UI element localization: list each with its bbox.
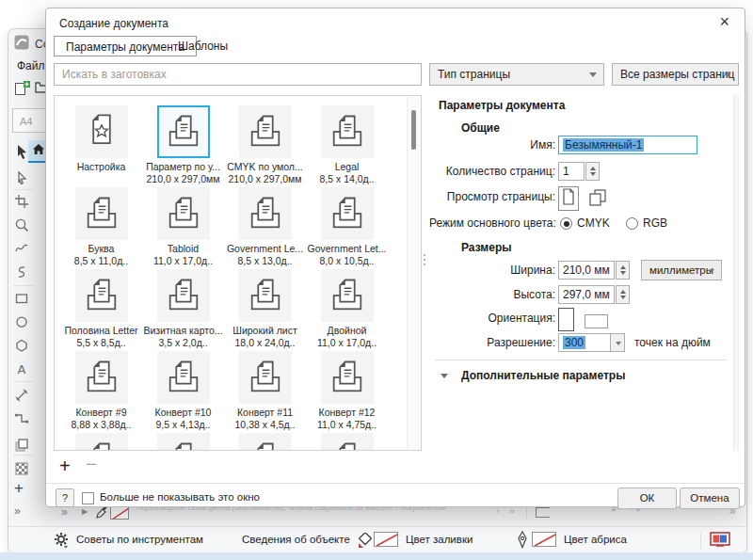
rgb-radio[interactable] xyxy=(626,217,638,230)
zoom-tool-icon[interactable] xyxy=(14,217,29,232)
resolution-dropdown-button[interactable] xyxy=(611,333,625,352)
new-document-icon[interactable] xyxy=(14,80,31,97)
divider xyxy=(13,285,34,286)
template-size: 11,0 x 17,0д.. xyxy=(142,255,224,267)
rectangle-tool-icon[interactable] xyxy=(14,291,29,306)
add-template-button[interactable]: + xyxy=(59,456,71,475)
close-icon[interactable]: × xyxy=(719,12,729,31)
page-count-stepper[interactable] xyxy=(585,162,600,181)
template-tile[interactable]: Конверт #98,88 x 3,88д.. xyxy=(60,351,142,433)
page-sizes-dropdown[interactable]: Все размеры страниц xyxy=(612,63,739,86)
crop-tool-icon[interactable] xyxy=(14,194,29,209)
preset-document-icon xyxy=(75,187,128,240)
pattern-fill-tool-icon[interactable] xyxy=(14,461,29,476)
template-tile[interactable] xyxy=(306,433,388,451)
panel-heading: Параметры документа xyxy=(439,99,565,112)
chevron-down-icon xyxy=(589,72,597,77)
dimension-tool-icon[interactable] xyxy=(14,388,29,403)
connector-tool-icon[interactable] xyxy=(14,411,29,426)
cmyk-radio[interactable] xyxy=(560,217,572,230)
name-field[interactable]: Безымянный-1 xyxy=(558,136,697,154)
preset-document-icon xyxy=(157,433,210,451)
divider xyxy=(13,381,34,382)
width-field[interactable]: 210,0 мм xyxy=(558,261,615,280)
divider xyxy=(13,189,34,190)
template-tile[interactable] xyxy=(142,433,224,451)
panel-scrollbar[interactable] xyxy=(733,95,740,451)
template-size: 10,38 x 4,5д.. xyxy=(224,419,306,431)
facing-pages-icon[interactable] xyxy=(588,189,607,210)
orientation-label: Ориентация: xyxy=(429,312,555,325)
units-value: миллиметры xyxy=(649,264,713,276)
height-stepper[interactable] xyxy=(616,285,630,304)
resolution-field[interactable]: 300 xyxy=(558,333,611,352)
shadow-tool-icon[interactable] xyxy=(14,438,29,453)
preset-document-icon xyxy=(321,433,374,451)
units-dropdown[interactable]: миллиметры xyxy=(641,260,722,280)
template-tile[interactable]: Половина Letter5,5 x 8,5д.. xyxy=(60,269,142,351)
help-button[interactable]: ? xyxy=(56,488,74,507)
template-tile[interactable]: Параметр по у...210,0 x 297,0мм xyxy=(142,105,224,187)
page-count-field[interactable]: 1 xyxy=(558,162,585,181)
cancel-button[interactable]: Отмена xyxy=(680,488,740,509)
curve-tool-icon[interactable] xyxy=(14,264,29,280)
display-color-icon[interactable] xyxy=(710,532,730,552)
landscape-icon[interactable] xyxy=(585,314,608,328)
tab-templates[interactable]: Шаблоны xyxy=(167,36,239,56)
menu-file[interactable]: Файл xyxy=(17,59,45,72)
ellipse-tool-icon[interactable] xyxy=(14,314,29,329)
chevron-down-icon xyxy=(709,269,714,273)
page-type-dropdown[interactable]: Тип страницы xyxy=(429,63,604,86)
splitter-handle[interactable] xyxy=(424,251,426,268)
template-tile[interactable]: Конверт #109,5 x 4,13д.. xyxy=(142,351,224,433)
template-tile[interactable]: Government Le...8,5 x 13,0д.. xyxy=(224,187,306,269)
template-tile[interactable]: Tabloid11,0 x 17,0д.. xyxy=(142,187,224,269)
ok-button[interactable]: ОК xyxy=(617,488,677,509)
template-tile[interactable]: Government Let...8,0 x 10,5д.. xyxy=(306,187,388,269)
dont-show-checkbox[interactable] xyxy=(82,492,94,504)
polygon-tool-icon[interactable] xyxy=(14,338,29,353)
add-tool-icon[interactable]: + xyxy=(14,482,24,495)
template-tile[interactable] xyxy=(224,433,306,451)
template-size: 210,0 x 297,0мм xyxy=(224,173,306,185)
search-input[interactable] xyxy=(54,63,422,86)
grid-scrollbar-thumb[interactable] xyxy=(411,110,416,150)
template-tile[interactable]: Конверт #1211,0 x 4,75д.. xyxy=(306,351,388,433)
text-tool-icon[interactable]: A xyxy=(14,361,29,376)
resolution-units-label: точек на дюйм xyxy=(634,336,711,349)
more-tools-icon[interactable]: » xyxy=(14,504,21,518)
corel-logo-icon xyxy=(14,35,29,53)
template-tile[interactable] xyxy=(60,433,142,451)
chevron-down-icon xyxy=(616,342,621,345)
name-label: Имя: xyxy=(429,138,555,152)
template-size: 5,5 x 8,5д.. xyxy=(60,337,142,349)
height-field[interactable]: 297,0 мм xyxy=(558,285,615,304)
gear-icon[interactable] xyxy=(54,532,70,552)
pick-tool-icon[interactable] xyxy=(14,144,29,159)
outline-color-swatch[interactable] xyxy=(532,532,556,547)
fill-color-label: Цвет заливки xyxy=(406,534,473,545)
template-tile[interactable]: Широкий лист18,0 x 24,0д.. xyxy=(224,269,306,351)
expander-chevron-icon[interactable] xyxy=(441,374,448,378)
freehand-tool-icon[interactable] xyxy=(14,241,29,256)
name-value: Безымянный-1 xyxy=(563,138,644,152)
palette-expand-icon[interactable]: » xyxy=(61,505,68,519)
width-stepper[interactable] xyxy=(616,261,630,280)
template-tile[interactable]: Буква8,5 x 11,0д.. xyxy=(60,187,142,269)
remove-template-button[interactable]: − xyxy=(86,455,97,473)
grid-scrollbar[interactable] xyxy=(407,97,420,449)
template-tile[interactable]: CMYK по умол...210,0 x 297,0мм xyxy=(224,105,306,187)
template-tile[interactable]: Legal8,5 x 14,0д.. xyxy=(306,105,388,187)
template-name: Government Le... xyxy=(224,243,306,255)
template-tile[interactable]: Визитная карто...3,5 x 2,0д.. xyxy=(142,269,224,351)
template-tile[interactable]: Двойной11,0 x 17,0д.. xyxy=(306,269,388,351)
template-tile[interactable]: Настройка xyxy=(60,105,142,187)
template-tile[interactable]: Конверт #1110,38 x 4,5д.. xyxy=(224,351,306,433)
shape-tool-icon[interactable] xyxy=(14,170,29,185)
advanced-settings-expander[interactable]: Дополнительные параметры xyxy=(461,369,625,382)
preset-document-icon xyxy=(239,187,292,240)
single-page-view-button[interactable] xyxy=(558,186,579,211)
preset-document-icon xyxy=(157,269,210,322)
portrait-icon[interactable] xyxy=(558,308,574,331)
fill-color-swatch[interactable] xyxy=(374,532,398,547)
